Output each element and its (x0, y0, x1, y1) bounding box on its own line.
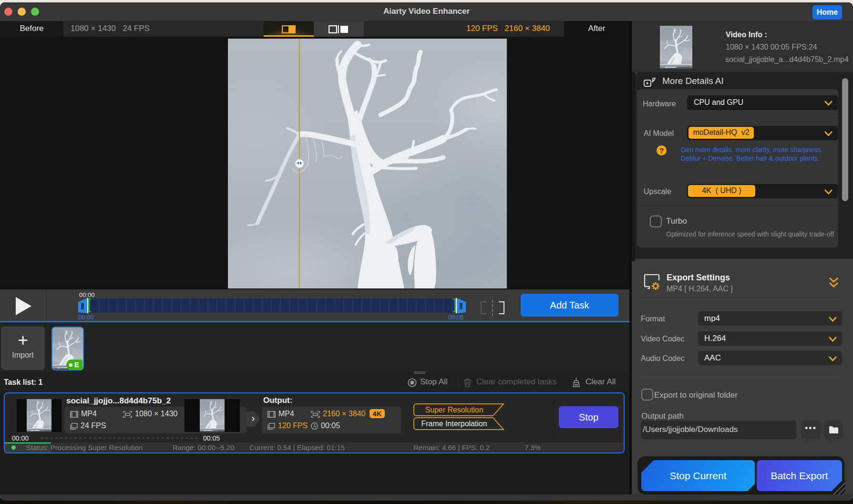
svg-text:Super Resolution: Super Resolution (425, 406, 483, 414)
svg-text:Frame Interpolation: Frame Interpolation (421, 420, 487, 428)
